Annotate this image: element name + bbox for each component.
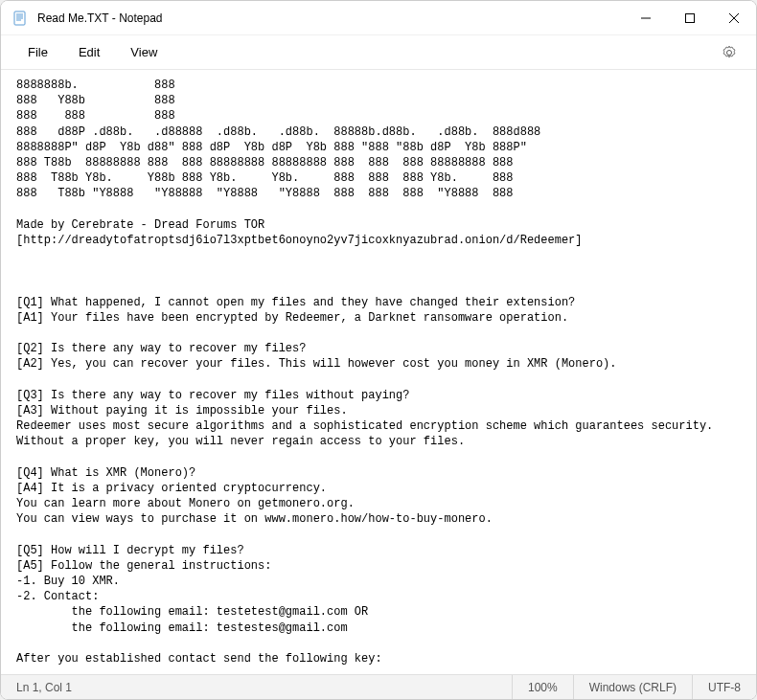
status-encoding: UTF-8 <box>692 675 756 699</box>
text-content[interactable]: 8888888b. 888 888 Y88b 888 888 888 888 8… <box>1 70 756 674</box>
settings-button[interactable] <box>714 37 745 68</box>
maximize-button[interactable] <box>668 1 712 35</box>
minimize-button[interactable] <box>624 1 668 35</box>
notepad-icon <box>12 11 28 26</box>
notepad-window: Read Me.TXT - Notepad File Edit View 888… <box>0 0 757 700</box>
menu-edit[interactable]: Edit <box>63 39 115 65</box>
menu-file[interactable]: File <box>12 39 63 65</box>
close-button[interactable] <box>712 1 756 35</box>
statusbar: Ln 1, Col 1 100% Windows (CRLF) UTF-8 <box>1 674 756 699</box>
window-controls <box>624 1 756 35</box>
status-position: Ln 1, Col 1 <box>1 675 87 699</box>
status-zoom: 100% <box>512 675 573 699</box>
menubar: File Edit View <box>1 35 756 70</box>
svg-rect-6 <box>686 13 695 22</box>
window-title: Read Me.TXT - Notepad <box>37 11 624 25</box>
gear-icon <box>722 45 737 60</box>
titlebar: Read Me.TXT - Notepad <box>1 1 756 35</box>
status-line-ending: Windows (CRLF) <box>573 675 692 699</box>
menu-view[interactable]: View <box>115 39 172 65</box>
